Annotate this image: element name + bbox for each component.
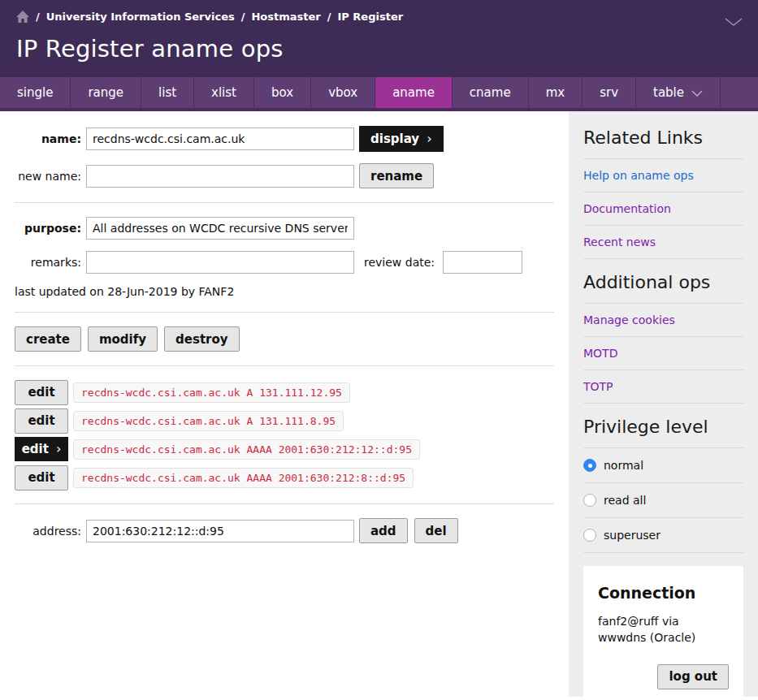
radio-label: normal: [604, 459, 643, 472]
connection-heading: Connection: [598, 584, 729, 602]
main-form: name: display › new name: rename purpose…: [0, 111, 569, 697]
sidebar-link-row: MOTD: [583, 337, 743, 370]
tab-label: xlist: [211, 85, 236, 100]
sidebar-heading: Privilege level: [583, 404, 743, 448]
chevron-right-icon: ›: [427, 132, 431, 145]
create-button[interactable]: create: [15, 326, 81, 352]
sidebar-link-row: Recent news: [583, 226, 743, 259]
modify-button[interactable]: modify: [88, 326, 158, 352]
chevron-down-icon[interactable]: [691, 85, 703, 100]
divider: [15, 503, 554, 504]
remarks-input[interactable]: [86, 251, 354, 274]
connection-panel: Connection fanf2@ruff via wwwdns (Oracle…: [583, 566, 743, 700]
sidebar-link[interactable]: MOTD: [583, 347, 617, 360]
content: name: display › new name: rename purpose…: [0, 111, 758, 697]
tab-label: list: [158, 85, 176, 100]
edit-button-label: edit: [28, 385, 54, 400]
name-input[interactable]: [86, 127, 354, 150]
name-row: name: display ›: [0, 126, 569, 152]
tab-single[interactable]: single: [0, 77, 71, 108]
tab-label: vbox: [328, 85, 357, 100]
radio-button[interactable]: [583, 494, 596, 507]
radio-label: read all: [604, 494, 646, 507]
tab-vbox[interactable]: vbox: [311, 77, 375, 108]
breadcrumb-separator: /: [327, 11, 331, 23]
tab-srv[interactable]: srv: [583, 77, 636, 108]
sidebar-link[interactable]: Help on aname ops: [583, 169, 694, 182]
site-header: /University Information Services/Hostmas…: [0, 0, 758, 77]
address-row: address: add del: [0, 518, 569, 543]
address-input[interactable]: [86, 520, 354, 542]
page-title: IP Register aname ops: [16, 35, 742, 63]
tab-label: aname: [392, 85, 435, 100]
record-text: recdns-wcdc.csi.cam.ac.uk A 131.111.8.95: [73, 411, 344, 431]
breadcrumb-item[interactable]: IP Register: [337, 11, 403, 23]
purpose-label: purpose:: [0, 222, 81, 235]
sidebar-link[interactable]: TOTP: [583, 380, 613, 393]
home-icon[interactable]: [16, 11, 29, 23]
record-row: editrecdns-wcdc.csi.cam.ac.uk A 131.111.…: [15, 408, 569, 433]
radio-button[interactable]: [583, 529, 596, 542]
review-date-input[interactable]: [443, 251, 522, 274]
connection-text: fanf2@ruff via wwwdns (Oracle): [598, 613, 729, 646]
divider: [15, 365, 554, 366]
sidebar-link[interactable]: Manage cookies: [583, 313, 675, 326]
radio-button[interactable]: [583, 459, 596, 472]
tab-cname[interactable]: cname: [453, 77, 529, 108]
logout-button[interactable]: log out: [657, 664, 729, 689]
radio-dot: [588, 464, 592, 468]
privilege-radio-read-all[interactable]: read all: [583, 483, 743, 518]
breadcrumb: /University Information Services/Hostmas…: [16, 11, 742, 23]
privilege-radio-superuser[interactable]: superuser: [583, 518, 743, 553]
edit-button[interactable]: edit: [15, 465, 68, 490]
breadcrumb-separator: /: [36, 11, 40, 23]
remarks-label: remarks:: [0, 256, 81, 269]
privilege-radio-normal[interactable]: normal: [583, 448, 743, 483]
tab-table[interactable]: table: [636, 77, 721, 108]
record-text: recdns-wcdc.csi.cam.ac.uk AAAA 2001:630:…: [73, 468, 414, 488]
sidebar-link-row: Help on aname ops: [583, 159, 743, 192]
edit-button-label: edit: [22, 442, 49, 456]
record-row: editrecdns-wcdc.csi.cam.ac.uk A 131.111.…: [15, 380, 569, 404]
edit-button[interactable]: edit: [15, 380, 68, 405]
add-button[interactable]: add: [359, 518, 408, 543]
record-list: editrecdns-wcdc.csi.cam.ac.uk A 131.111.…: [15, 380, 569, 490]
tab-range[interactable]: range: [71, 77, 141, 108]
new-name-row: new name: rename: [0, 163, 569, 188]
chevron-right-icon: ›: [56, 443, 61, 456]
sidebar-link[interactable]: Recent news: [583, 235, 656, 248]
action-buttons: createmodifydestroy: [15, 326, 569, 352]
review-date-label: review date:: [364, 256, 435, 269]
edit-button[interactable]: edit: [15, 408, 68, 434]
sidebar-link-row: Documentation: [583, 192, 743, 226]
rename-button[interactable]: rename: [359, 163, 434, 188]
last-updated-text: last updated on 28-Jun-2019 by FANF2: [15, 285, 569, 298]
del-button[interactable]: del: [414, 518, 458, 543]
sidebar-heading: Related Links: [583, 115, 743, 159]
breadcrumb-item[interactable]: University Information Services: [46, 11, 235, 23]
tab-label: table: [653, 85, 684, 100]
record-row: edit›recdns-wcdc.csi.cam.ac.uk AAAA 2001…: [15, 437, 569, 461]
address-label: address:: [0, 525, 81, 538]
new-name-input[interactable]: [86, 165, 354, 188]
tab-label: range: [88, 85, 123, 100]
tab-xlist[interactable]: xlist: [194, 77, 254, 108]
divider: [15, 202, 554, 203]
sidebar-link[interactable]: Documentation: [583, 202, 671, 215]
record-text: recdns-wcdc.csi.cam.ac.uk A 131.111.12.9…: [73, 382, 350, 403]
tab-box[interactable]: box: [254, 77, 311, 108]
tab-bar: singlerangelistxlistboxvboxanamecnamemxs…: [0, 77, 758, 111]
tab-list[interactable]: list: [141, 77, 194, 108]
sidebar: Related LinksHelp on aname opsDocumentat…: [569, 111, 758, 697]
tab-mx[interactable]: mx: [529, 77, 583, 108]
destroy-button[interactable]: destroy: [164, 326, 240, 352]
chevron-down-icon[interactable]: [724, 15, 743, 30]
breadcrumb-item[interactable]: Hostmaster: [251, 11, 320, 23]
edit-button-label: edit: [28, 413, 54, 428]
display-button[interactable]: display ›: [359, 126, 444, 152]
purpose-input[interactable]: [86, 217, 354, 240]
edit-button[interactable]: edit›: [15, 437, 68, 461]
radio-label: superuser: [604, 529, 661, 542]
tab-aname[interactable]: aname: [375, 77, 453, 108]
sidebar-link-row: TOTP: [583, 370, 743, 404]
